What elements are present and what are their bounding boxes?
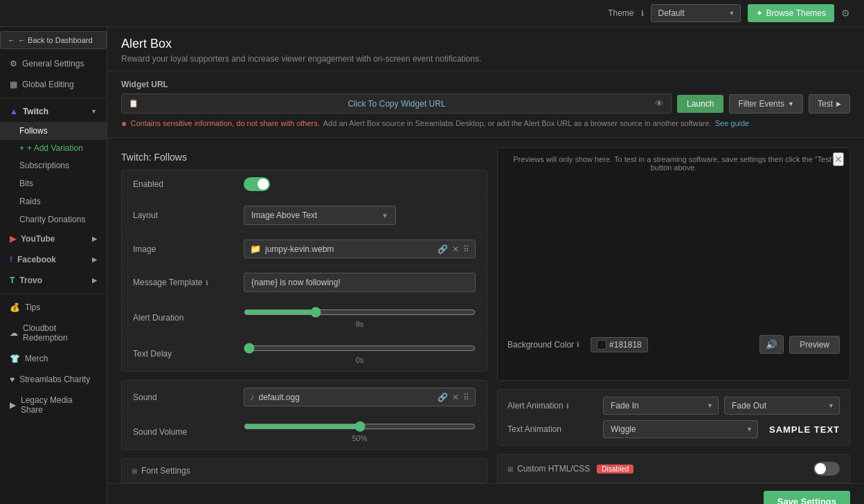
text-anim-select[interactable]: Wiggle xyxy=(603,420,758,438)
sound-card: Sound ♪ default.ogg 🔗 ✕ ⠿ Sou xyxy=(121,380,487,450)
widget-url-display: 📋 Click To Copy Widget URL 👁 xyxy=(121,93,672,114)
setting-row-layout: Layout Image Above Text ▼ xyxy=(122,199,487,233)
sidebar-item-streamlabs-charity[interactable]: ♥ Streamlabs Charity xyxy=(0,369,107,390)
launch-button[interactable]: Launch xyxy=(677,95,723,113)
disabled-badge: Disabled xyxy=(597,465,633,474)
sidebar-item-bits[interactable]: Bits xyxy=(0,174,107,192)
settings-icon: ⚙ xyxy=(10,59,17,69)
image-file-input[interactable]: 📁 jumpy-kevin.webm 🔗 ✕ ⠿ xyxy=(244,240,476,258)
alert-anim-in-select[interactable]: Fade In xyxy=(603,397,719,415)
add-variation-button[interactable]: + + Add Variation xyxy=(0,140,107,156)
sound-volume-value: 50% xyxy=(244,434,476,442)
toggle-knob xyxy=(258,179,269,190)
save-settings-button[interactable]: Save Settings xyxy=(764,491,850,504)
text-delay-label: Text Delay xyxy=(133,349,244,359)
sidebar-item-follows[interactable]: Follows xyxy=(0,122,107,140)
cloudbot-icon: ☁ xyxy=(10,328,18,338)
alert-duration-label: Alert Duration xyxy=(133,313,244,323)
page-subtitle: Reward your loyal supporters and increas… xyxy=(121,54,850,64)
filter-events-button[interactable]: Filter Events ▼ xyxy=(729,94,803,114)
widget-url-label: Widget URL xyxy=(121,80,850,89)
tips-icon: 💰 xyxy=(10,303,20,312)
custom-html-toggle[interactable] xyxy=(813,462,840,476)
back-to-dashboard-button[interactable]: ← ← Back to Dashboard xyxy=(0,31,107,49)
sound-label: Sound xyxy=(133,393,244,402)
section-title: Twitch: Follows xyxy=(121,147,487,170)
sidebar-item-charity-donations[interactable]: Charity Donations xyxy=(0,210,107,228)
color-value: #181818 xyxy=(609,340,642,350)
message-template-input[interactable] xyxy=(244,273,476,292)
mute-button[interactable]: 🔊 xyxy=(759,335,784,354)
grid-icon[interactable]: ⠿ xyxy=(463,244,469,254)
left-panel: Twitch: Follows Enabled Layou xyxy=(121,147,487,483)
sidebar-group-twitch[interactable]: ▲ Twitch ▼ xyxy=(0,101,107,122)
setting-row-text-delay: Text Delay 0s xyxy=(122,336,487,371)
sidebar-item-legacy-media-share[interactable]: ▶ Legacy Media Share xyxy=(0,390,107,420)
setting-row-enabled: Enabled xyxy=(122,170,487,199)
close-icon[interactable]: ✕ xyxy=(452,244,459,254)
grid-icon: ▦ xyxy=(10,80,17,89)
sound-volume-slider[interactable] xyxy=(244,421,476,432)
eye-icon[interactable]: 👁 xyxy=(655,98,664,109)
sidebar-item-cloudbot-redemption[interactable]: ☁ Cloudbot Redemption xyxy=(0,318,107,348)
right-panel: Previews will only show here. To test in… xyxy=(497,147,850,483)
sound-link-icon[interactable]: 🔗 xyxy=(438,393,448,402)
sidebar-item-tips[interactable]: 💰 Tips xyxy=(0,297,107,318)
music-icon: ♪ xyxy=(250,392,255,402)
font-settings-card: ⊞ Font Settings xyxy=(121,458,487,483)
layout-label: Layout xyxy=(133,210,244,220)
animation-card: Alert Animation ℹ Fade In ▼ xyxy=(497,389,850,446)
content-header: Alert Box Reward your loyal supporters a… xyxy=(107,27,864,71)
sidebar-item-merch[interactable]: 👕 Merch xyxy=(0,348,107,369)
sound-grid-icon[interactable]: ⠿ xyxy=(463,393,469,402)
setting-row-message-template: Message Template ℹ xyxy=(122,266,487,300)
image-filename: jumpy-kevin.webm xyxy=(265,244,433,254)
youtube-arrow-icon: ▶ xyxy=(92,235,97,242)
color-input-wrap[interactable]: #181818 xyxy=(591,337,648,352)
color-swatch[interactable] xyxy=(597,340,606,350)
alert-anim-out-select[interactable]: Fade Out xyxy=(724,397,840,415)
message-info-icon: ℹ xyxy=(206,279,208,287)
info-icon: ℹ xyxy=(641,9,644,18)
page-title: Alert Box xyxy=(121,37,850,51)
sidebar-item-global-editing[interactable]: ▦ Global Editing xyxy=(0,74,107,95)
sidebar-item-general-settings[interactable]: ⚙ General Settings xyxy=(0,53,107,74)
alert-duration-slider[interactable] xyxy=(244,307,476,318)
preview-close-button[interactable]: ✕ xyxy=(833,152,844,166)
sidebar-group-youtube[interactable]: ▶ YouTube ▶ xyxy=(0,228,107,249)
test-button[interactable]: Test ▶ xyxy=(809,94,850,114)
browse-themes-button[interactable]: ✦ Browse Themes xyxy=(748,4,834,22)
back-arrow-icon: ← xyxy=(8,36,15,44)
custom-html-card: ⊞ Custom HTML/CSS Disabled xyxy=(497,454,850,483)
text-animation-label: Text Animation xyxy=(507,424,597,434)
main-content: Alert Box Reward your loyal supporters a… xyxy=(107,27,864,504)
twitch-arrow-icon: ▼ xyxy=(91,108,97,115)
sidebar-item-subscriptions[interactable]: Subscriptions xyxy=(0,156,107,174)
custom-html-header[interactable]: ⊞ Custom HTML/CSS Disabled xyxy=(498,455,849,483)
test-arrow-icon: ▶ xyxy=(836,100,841,107)
trovo-icon: T xyxy=(10,276,15,285)
preview-button[interactable]: Preview xyxy=(789,336,840,354)
sidebar: ← ← Back to Dashboard ⚙ General Settings… xyxy=(0,27,107,504)
bottom-bar: Save Settings xyxy=(107,483,864,504)
link-icon[interactable]: 🔗 xyxy=(438,244,448,254)
sound-file-input[interactable]: ♪ default.ogg 🔗 ✕ ⠿ xyxy=(244,388,476,406)
layout-dropdown[interactable]: Image Above Text ▼ xyxy=(244,206,396,225)
enabled-toggle[interactable] xyxy=(244,177,270,191)
sidebar-item-raids[interactable]: Raids xyxy=(0,192,107,210)
see-guide-link[interactable]: See guide xyxy=(715,119,750,127)
theme-select[interactable]: Default xyxy=(651,4,741,22)
setting-row-alert-duration: Alert Duration 8s xyxy=(122,300,487,336)
font-settings-header[interactable]: ⊞ Font Settings xyxy=(122,459,487,483)
sound-filename: default.ogg xyxy=(259,393,434,402)
sound-close-icon[interactable]: ✕ xyxy=(452,393,459,402)
filter-arrow-icon: ▼ xyxy=(788,100,794,107)
text-delay-slider[interactable] xyxy=(244,343,476,354)
facebook-icon: f xyxy=(10,255,12,264)
user-icon: ⚙ xyxy=(841,8,850,19)
alert-animation-row: Alert Animation ℹ Fade In ▼ xyxy=(507,397,840,415)
custom-html-expand-icon: ⊞ xyxy=(507,465,513,473)
sidebar-group-trovo[interactable]: T Trovo ▶ xyxy=(0,270,107,291)
text-animation-row: Text Animation Wiggle ▼ SAMPLE TEXT xyxy=(507,420,840,438)
sidebar-group-facebook[interactable]: f Facebook ▶ xyxy=(0,249,107,270)
